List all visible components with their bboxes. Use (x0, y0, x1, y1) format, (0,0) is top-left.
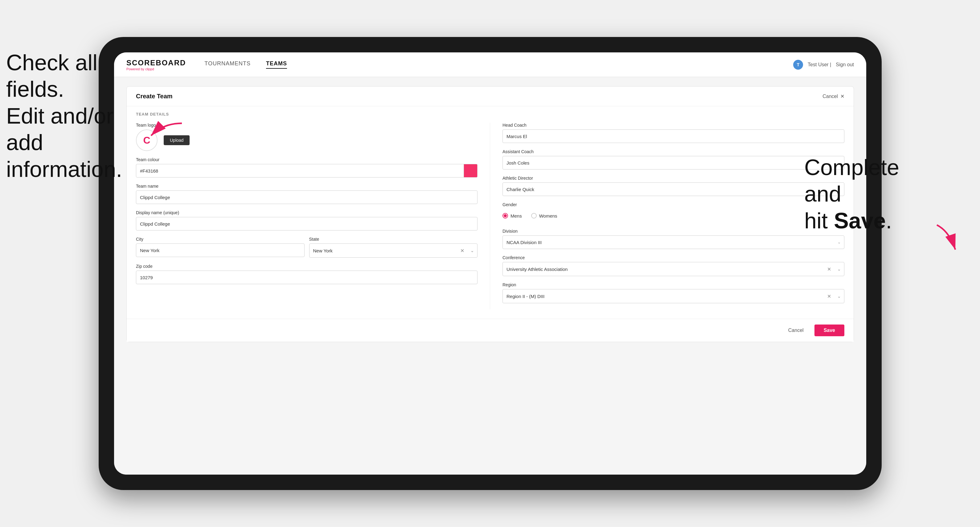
zip-code-group: Zip code (136, 264, 477, 284)
form-body: Team logo C Upload Team colour (127, 119, 854, 319)
conference-chevron-icon: ⌄ (834, 267, 844, 271)
city-group: City (136, 237, 305, 258)
region-select-wrapper: Region II - (M) DIII ✕ ⌄ (503, 289, 844, 303)
nav-links: TOURNAMENTS TEAMS (204, 60, 793, 69)
team-colour-group: Team colour (136, 157, 477, 178)
state-select-wrapper: New York ✕ ⌄ (309, 243, 478, 258)
division-label: Division (503, 229, 844, 233)
section-header: TEAM DETAILS (127, 106, 854, 119)
gender-mens-radio[interactable] (503, 213, 508, 219)
head-coach-group: Head Coach (503, 123, 844, 143)
team-name-label: Team name (136, 184, 477, 189)
asst-coach-label: Assistant Coach (503, 149, 844, 154)
city-label: City (136, 237, 305, 241)
instruction-right-bold: Save (834, 208, 886, 233)
save-button[interactable]: Save (815, 324, 844, 336)
state-group: State New York ✕ ⌄ (309, 237, 478, 258)
division-select-wrapper: NCAA Division III ⌄ (503, 235, 844, 249)
athletic-director-label: Athletic Director (503, 176, 844, 181)
display-name-label: Display name (unique) (136, 210, 477, 215)
instruction-right-end: . (886, 208, 892, 233)
colour-input[interactable] (136, 164, 464, 178)
team-colour-label: Team colour (136, 157, 477, 162)
nav-right: T Test User | Sign out (793, 60, 854, 70)
gender-mens-option[interactable]: Mens (503, 213, 522, 219)
instruction-left: Check all fields. Edit and/or add inform… (6, 49, 145, 183)
nav-bar: SCOREBOARD Powered by clippd TOURNAMENTS… (114, 52, 866, 77)
arrow-right-svg (906, 219, 961, 256)
tablet-device: SCOREBOARD Powered by clippd TOURNAMENTS… (99, 37, 882, 490)
instruction-right-line1: Complete and (804, 155, 899, 206)
cancel-label: Cancel (822, 94, 838, 99)
colour-swatch[interactable] (464, 164, 477, 178)
region-select[interactable]: Region II - (M) DIII (503, 289, 824, 303)
gender-row: Mens Womens (503, 209, 844, 222)
instruction-line3: information. (6, 157, 122, 181)
region-chevron-icon: ⌄ (834, 294, 844, 298)
create-team-panel: Create Team Cancel ✕ TEAM DETAILS Team l… (126, 86, 854, 342)
gender-womens-radio[interactable] (531, 213, 537, 219)
team-name-group: Team name (136, 184, 477, 204)
display-name-input[interactable] (136, 217, 477, 230)
instruction-line1: Check all fields. (6, 50, 97, 102)
region-label: Region (503, 282, 844, 287)
region-clear-icon[interactable]: ✕ (824, 294, 834, 299)
arrow-left-svg (132, 117, 194, 142)
athletic-director-group: Athletic Director (503, 176, 844, 196)
cancel-button[interactable]: Cancel (782, 324, 810, 336)
nav-tournaments[interactable]: TOURNAMENTS (204, 60, 251, 69)
conference-select[interactable]: University Athletic Association (503, 262, 824, 276)
main-content: Create Team Cancel ✕ TEAM DETAILS Team l… (114, 77, 866, 475)
form-left: Team logo C Upload Team colour (136, 123, 490, 310)
user-label: Test User | (808, 62, 831, 68)
gender-label: Gender (503, 202, 844, 207)
conference-group: Conference University Athletic Associati… (503, 255, 844, 276)
conference-label: Conference (503, 255, 844, 260)
asst-coach-input[interactable] (503, 156, 844, 170)
zip-code-label: Zip code (136, 264, 477, 269)
head-coach-label: Head Coach (503, 123, 844, 128)
instruction-line2: Edit and/or add (6, 103, 113, 155)
athletic-director-input[interactable] (503, 183, 844, 196)
panel-footer: Cancel Save (127, 319, 854, 342)
colour-input-row (136, 164, 477, 178)
gender-mens-label: Mens (511, 213, 522, 219)
form-right: Head Coach Assistant Coach Athletic Dire… (490, 123, 844, 310)
head-coach-input[interactable] (503, 129, 844, 143)
conference-select-wrapper: University Athletic Association ✕ ⌄ (503, 262, 844, 276)
instruction-right-line2: hit Save. (804, 208, 892, 233)
nav-teams[interactable]: TEAMS (266, 60, 287, 69)
sign-out-link[interactable]: Sign out (836, 62, 854, 68)
close-icon[interactable]: ✕ (840, 94, 844, 99)
display-name-group: Display name (unique) (136, 210, 477, 230)
region-group: Region Region II - (M) DIII ✕ ⌄ (503, 282, 844, 303)
user-avatar: T (793, 60, 803, 70)
division-select[interactable]: NCAA Division III (503, 235, 844, 249)
tablet-screen: SCOREBOARD Powered by clippd TOURNAMENTS… (114, 52, 866, 475)
conference-clear-icon[interactable]: ✕ (824, 266, 834, 272)
gender-womens-option[interactable]: Womens (531, 213, 557, 219)
state-select[interactable]: New York (310, 244, 458, 257)
asst-coach-group: Assistant Coach (503, 149, 844, 170)
state-clear-icon[interactable]: ✕ (457, 248, 467, 254)
team-name-input[interactable] (136, 190, 477, 204)
gender-group: Gender Mens Womens (503, 202, 844, 222)
city-input[interactable] (136, 243, 305, 257)
city-state-group: City State New York ✕ (136, 237, 477, 258)
zip-code-input[interactable] (136, 271, 477, 284)
panel-header: Create Team Cancel ✕ (127, 87, 854, 106)
state-chevron-icon: ⌄ (467, 248, 477, 253)
division-group: Division NCAA Division III ⌄ (503, 229, 844, 249)
state-label: State (309, 237, 478, 241)
cancel-x-button[interactable]: Cancel ✕ (822, 94, 844, 99)
city-state-row: City State New York ✕ (136, 237, 477, 258)
gender-womens-label: Womens (539, 213, 557, 219)
